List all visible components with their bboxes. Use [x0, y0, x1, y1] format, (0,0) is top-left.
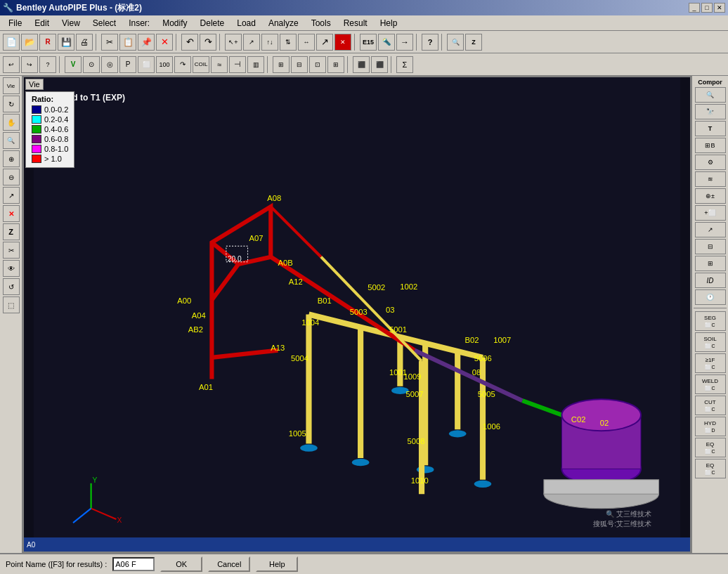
- redo-button[interactable]: ↷: [200, 34, 216, 51]
- rt-btn-vert[interactable]: ⊞: [695, 256, 726, 271]
- tool-a4[interactable]: ⇅: [280, 34, 297, 51]
- rt-btn-horiz[interactable]: ⊟: [695, 239, 726, 254]
- eq2-button[interactable]: EQ⬜C: [695, 459, 726, 478]
- tool-c1[interactable]: 🔍: [447, 34, 464, 51]
- seg-button[interactable]: SEG⬜C: [695, 311, 726, 331]
- save-button[interactable]: 💾: [58, 34, 74, 51]
- t2-num[interactable]: 100: [156, 56, 173, 73]
- menu-item-file[interactable]: File: [3, 17, 27, 30]
- copy-button[interactable]: 📋: [119, 34, 136, 51]
- tool-c2[interactable]: Z: [465, 34, 482, 51]
- t2-2[interactable]: ↪: [21, 56, 38, 73]
- cut-button[interactable]: ✂: [101, 34, 118, 51]
- t2-grid1[interactable]: ⊞: [273, 56, 290, 73]
- help-button[interactable]: ?: [422, 34, 438, 51]
- tool-r[interactable]: R: [39, 34, 56, 51]
- rt-btn-b[interactable]: ⊞B: [695, 138, 726, 153]
- menu-item-view[interactable]: View: [56, 17, 86, 30]
- help-button-status[interactable]: Help: [256, 556, 298, 572]
- t2-rect[interactable]: ⬜: [138, 56, 155, 73]
- t2-grid4[interactable]: ⊞: [327, 56, 344, 73]
- t2-3[interactable]: ?: [39, 56, 56, 73]
- lt-rotate[interactable]: ↻: [3, 96, 20, 112]
- t2-pipe1[interactable]: ⊣: [229, 56, 246, 73]
- rt-btn-1[interactable]: 🔍: [695, 87, 726, 103]
- rt-btn-t[interactable]: T: [695, 121, 726, 136]
- maximize-button[interactable]: □: [701, 3, 713, 13]
- menu-item-result[interactable]: Result: [338, 17, 373, 30]
- lt-hand[interactable]: ✋: [3, 114, 20, 131]
- t2-arrow[interactable]: ↷: [174, 56, 191, 73]
- lt-rotate2[interactable]: ↺: [3, 278, 20, 295]
- viewport-scrollbar[interactable]: ▲ ▼: [24, 552, 35, 553]
- t2-pipe2[interactable]: ▥: [247, 56, 264, 73]
- lt-eye[interactable]: 👁: [3, 260, 20, 277]
- t2-v[interactable]: V: [65, 56, 82, 73]
- menu-item-modify[interactable]: Modify: [157, 17, 193, 30]
- eq1-button[interactable]: EQ⬜C: [695, 438, 726, 457]
- cut-button[interactable]: CUT⬜C: [695, 396, 726, 415]
- lt-scissors[interactable]: ✂: [3, 242, 20, 259]
- tool-a5[interactable]: ↔: [298, 34, 315, 51]
- menu-item-inser:[interactable]: Inser:: [123, 17, 155, 30]
- rt-btn-clock[interactable]: 🕐: [695, 289, 726, 305]
- menu-item-tools[interactable]: Tools: [306, 17, 337, 30]
- ok-button[interactable]: OK: [160, 556, 202, 572]
- t2-grid2[interactable]: ⊟: [291, 56, 308, 73]
- menu-item-select[interactable]: Select: [87, 17, 122, 30]
- print-button[interactable]: 🖨: [76, 34, 93, 51]
- tool-a2[interactable]: ↗: [243, 34, 260, 51]
- new-button[interactable]: 📄: [3, 34, 20, 51]
- t2-coil[interactable]: COIL: [193, 56, 209, 73]
- menu-item-analyze[interactable]: Analyze: [263, 17, 304, 30]
- rt-btn-id[interactable]: ID: [695, 273, 726, 288]
- tool-a3[interactable]: ↑↓: [261, 34, 278, 51]
- t2-sigma[interactable]: Σ: [396, 56, 413, 73]
- menu-item-load[interactable]: Load: [231, 17, 261, 30]
- t2-grid3[interactable]: ⊡: [309, 56, 326, 73]
- svg-text:B01: B01: [318, 296, 332, 305]
- hyd-button[interactable]: HYD⬜D: [695, 417, 726, 436]
- sif-button[interactable]: ≥1F⬜C: [695, 353, 726, 373]
- tool-red[interactable]: ✕: [334, 34, 351, 51]
- tool-a1[interactable]: ↖+: [225, 34, 242, 51]
- rt-btn-cross[interactable]: ⊕±: [695, 188, 726, 204]
- lt-zoom[interactable]: 🔍: [3, 132, 20, 149]
- lt-select[interactable]: ↗: [3, 187, 20, 204]
- t2-1[interactable]: ↩: [3, 56, 20, 73]
- t2-calc2[interactable]: ⬛: [371, 56, 388, 73]
- rt-btn-plus[interactable]: +⬜: [695, 205, 726, 221]
- lt-x[interactable]: ✕: [3, 205, 20, 222]
- tool-grid[interactable]: E15: [360, 34, 377, 51]
- rt-btn-gear[interactable]: ⚙: [695, 155, 726, 170]
- open-button[interactable]: 📂: [21, 34, 38, 51]
- delete-button[interactable]: ✕: [156, 34, 173, 51]
- lt-zoomout[interactable]: ⊖: [3, 169, 20, 185]
- t2-p[interactable]: P: [119, 56, 136, 73]
- close-button[interactable]: ✕: [714, 3, 725, 13]
- rt-btn-2[interactable]: 🔭: [695, 104, 726, 119]
- paste-button[interactable]: 📌: [138, 34, 155, 51]
- rt-btn-waves[interactable]: ≋: [695, 171, 726, 187]
- rt-btn-arrow[interactable]: ↗: [695, 222, 726, 237]
- t2-calc[interactable]: ⬛: [353, 56, 370, 73]
- t2-waves[interactable]: ≈: [211, 56, 228, 73]
- t2-target[interactable]: ◎: [101, 56, 118, 73]
- minimize-button[interactable]: _: [689, 3, 700, 13]
- lt-view[interactable]: Vie: [3, 77, 20, 94]
- undo-button[interactable]: ↶: [181, 34, 198, 51]
- menu-item-help[interactable]: Help: [375, 17, 403, 30]
- lt-z[interactable]: Z: [3, 223, 20, 240]
- lt-cube[interactable]: ⬚: [3, 296, 20, 313]
- menu-item-edit[interactable]: Edit: [29, 17, 55, 30]
- cancel-button[interactable]: Cancel: [208, 556, 250, 572]
- weld-button[interactable]: WELD⬜C: [695, 374, 726, 394]
- tool-b1[interactable]: 🔦: [378, 34, 395, 51]
- t2-circle[interactable]: ⊙: [83, 56, 100, 73]
- tool-arrow[interactable]: →: [396, 34, 413, 51]
- menu-item-delete[interactable]: Delete: [195, 17, 230, 30]
- point-name-input[interactable]: [112, 557, 155, 571]
- lt-zoomin[interactable]: ⊕: [3, 150, 20, 167]
- tool-select[interactable]: ↗: [316, 34, 333, 51]
- soil-button[interactable]: SOIL⬜C: [695, 332, 726, 352]
